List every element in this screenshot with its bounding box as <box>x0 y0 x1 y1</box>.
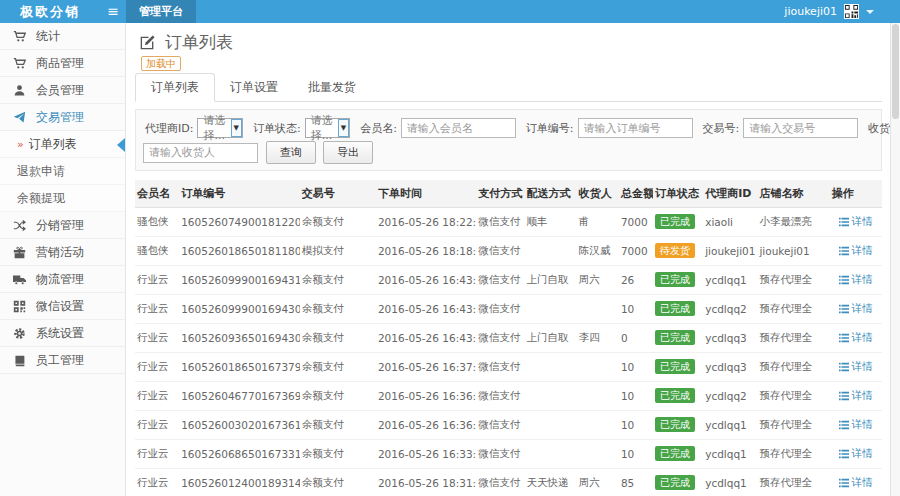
col-action: 操作 <box>830 180 882 208</box>
order-status-badge: 已完成 <box>655 214 695 229</box>
cell-action: 详情 <box>830 440 882 469</box>
tab-batch-shipping[interactable]: 批量发货 <box>293 74 371 101</box>
order-status-badge: 已完成 <box>655 301 695 316</box>
cell-shop: 预存代理全 <box>757 411 829 440</box>
member-name-input[interactable] <box>401 118 516 138</box>
sidebar-item-label: 会员管理 <box>36 82 84 99</box>
table-row: 行业云 16052609990016943035 余额支付 2016-05-26… <box>135 295 882 324</box>
tab-order-list[interactable]: 订单列表 <box>135 73 215 102</box>
cell-pay: 微信支付 <box>476 382 524 411</box>
cell-time: 2016-05-26 16:37:1 <box>376 353 476 382</box>
cell-receiver: 陈汉威 <box>577 237 619 266</box>
detail-link[interactable]: 详情 <box>839 215 873 229</box>
order-table: 会员名 订单编号 交易号 下单时间 支付方式 配送方式 收货人 总金额 订单状态… <box>135 180 882 496</box>
cell-agent: ycdlqq2 <box>703 382 757 411</box>
detail-link[interactable]: 详情 <box>839 331 873 345</box>
export-button[interactable]: 导出 <box>323 141 373 164</box>
cell-status: 已完成 <box>653 440 703 469</box>
sidebar-item-wechat-settings[interactable]: 微信设置 <box>0 293 125 320</box>
sidebar-subitem-label: 订单列表 <box>29 136 77 153</box>
sidebar-subitem-refund-requests[interactable]: 退款申请 <box>0 158 125 185</box>
cell-status: 已完成 <box>653 295 703 324</box>
cell-agent: ycdlqq1 <box>703 266 757 295</box>
sidebar-item-label: 员工管理 <box>36 352 84 369</box>
trade-no-input[interactable] <box>743 118 858 138</box>
cell-shop: 预存代理全 <box>757 353 829 382</box>
detail-link[interactable]: 详情 <box>839 360 873 374</box>
cell-receiver: 甫 <box>577 208 619 237</box>
dropdown-arrow-icon: ▼ <box>231 119 242 137</box>
detail-link[interactable]: 详情 <box>839 273 873 287</box>
cell-amount: 10 <box>619 440 653 469</box>
detail-link[interactable]: 详情 <box>839 244 873 258</box>
detail-link[interactable]: 详情 <box>839 447 873 461</box>
edit-icon <box>139 34 156 51</box>
cell-pay: 微信支付 <box>476 440 524 469</box>
cell-action: 详情 <box>830 237 882 266</box>
sidebar-subitem-order-list[interactable]: » 订单列表 <box>0 131 125 158</box>
cell-delivery: 上门自取 <box>525 324 577 353</box>
cell-delivery <box>525 353 577 382</box>
table-row: 骚包侠 16052607490018122011 余额支付 2016-05-26… <box>135 208 882 237</box>
vertical-scrollbar[interactable] <box>890 23 900 496</box>
col-order-no: 订单编号 <box>179 180 299 208</box>
cell-member: 行业云 <box>135 469 179 496</box>
list-icon <box>839 304 849 314</box>
qr-code-icon[interactable] <box>844 4 859 19</box>
cell-order-no: 16052609990016943035 <box>179 295 299 324</box>
sidebar-item-statistics[interactable]: 统计 <box>0 23 125 50</box>
cell-order-no: 16052609365016943007 <box>179 324 299 353</box>
cell-agent: ycdlqq2 <box>703 295 757 324</box>
cell-member: 行业云 <box>135 411 179 440</box>
active-submenu-caret-icon: » <box>17 138 24 151</box>
cell-order-no: 16052601865016737914 <box>179 353 299 382</box>
detail-link[interactable]: 详情 <box>839 418 873 432</box>
cell-amount: 0 <box>619 324 653 353</box>
admin-page: 极欧分销 ≡ 管理平台 jioukeji01 统计 商品管理 <box>0 0 900 496</box>
cell-delivery <box>525 440 577 469</box>
username-label[interactable]: jioukeji01 <box>784 5 837 18</box>
order-status-select-value: 请选择... <box>311 113 338 143</box>
cell-amount: 10 <box>619 382 653 411</box>
detail-link[interactable]: 详情 <box>839 476 873 490</box>
gift-icon <box>13 245 27 259</box>
tab-order-settings[interactable]: 订单设置 <box>215 74 293 101</box>
sidebar-item-label: 商品管理 <box>36 55 84 72</box>
cart-icon <box>13 29 27 43</box>
sidebar-item-distribution[interactable]: 分销管理 <box>0 212 125 239</box>
topbar-tab-admin-platform[interactable]: 管理平台 <box>126 0 196 23</box>
col-member: 会员名 <box>135 180 179 208</box>
sidebar-item-trade-management[interactable]: 交易管理 <box>0 104 125 131</box>
receiver-input[interactable] <box>143 143 258 163</box>
table-row: 行业云 16052609990016943154 余额支付 2016-05-26… <box>135 266 882 295</box>
order-status-select[interactable]: 请选择... ▼ <box>305 118 351 138</box>
sidebar-item-logistics[interactable]: 物流管理 <box>0 266 125 293</box>
detail-link[interactable]: 详情 <box>839 302 873 316</box>
cell-receiver <box>577 440 619 469</box>
order-no-input[interactable] <box>578 118 693 138</box>
cell-amount: 10 <box>619 411 653 440</box>
sidebar-item-products[interactable]: 商品管理 <box>0 50 125 77</box>
sidebar-item-staff-management[interactable]: 员工管理 <box>0 347 125 374</box>
cell-pay: 微信支付 <box>476 208 524 237</box>
user-dropdown-caret-icon[interactable] <box>866 10 874 14</box>
cell-status: 已完成 <box>653 266 703 295</box>
order-status-badge: 已完成 <box>655 359 695 374</box>
search-button[interactable]: 查询 <box>266 141 316 164</box>
cell-receiver <box>577 295 619 324</box>
agent-id-select[interactable]: 请选择... ▼ <box>197 118 243 138</box>
sidebar-item-members[interactable]: 会员管理 <box>0 77 125 104</box>
sidebar-item-system-settings[interactable]: 系统设置 <box>0 320 125 347</box>
cell-action: 详情 <box>830 295 882 324</box>
order-status-badge: 已完成 <box>655 388 695 403</box>
cell-trade-no: 余额支付 <box>300 469 376 496</box>
table-row: 行业云 16052601240018931419 余额支付 2016-05-26… <box>135 469 882 496</box>
sidebar-item-marketing[interactable]: 营销活动 <box>0 239 125 266</box>
cell-status: 已完成 <box>653 353 703 382</box>
detail-link[interactable]: 详情 <box>839 389 873 403</box>
hamburger-menu-icon[interactable]: ≡ <box>100 0 126 23</box>
cell-status: 已完成 <box>653 469 703 496</box>
cell-delivery <box>525 411 577 440</box>
sidebar-subitem-balance-withdraw[interactable]: 余额提现 <box>0 185 125 212</box>
scrollbar-thumb[interactable] <box>892 24 899 119</box>
